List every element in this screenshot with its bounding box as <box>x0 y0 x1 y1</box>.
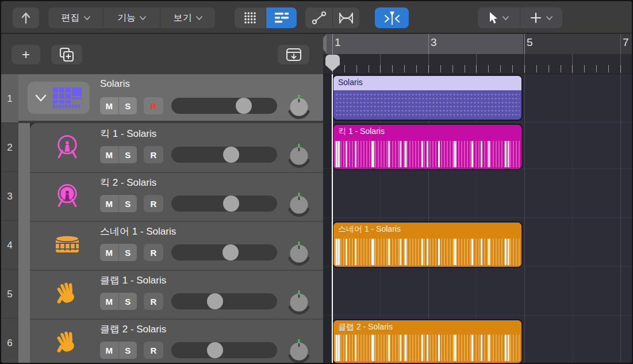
solo-button[interactable]: S <box>119 293 137 310</box>
pattern-dots <box>335 93 520 118</box>
volume-slider[interactable] <box>171 147 277 163</box>
drum-machine-icon <box>52 87 82 109</box>
back-up-button[interactable] <box>13 7 39 28</box>
mute-button[interactable]: M <box>100 195 119 212</box>
duplicate-track-button[interactable] <box>51 45 82 64</box>
clap-hand-icon <box>54 281 80 307</box>
note-stripes <box>335 141 520 167</box>
record-arm-button[interactable]: R <box>144 195 163 212</box>
pan-knob[interactable] <box>285 191 313 219</box>
add-track-label: + <box>22 47 30 63</box>
automation-segment <box>305 7 359 28</box>
pan-knob[interactable] <box>285 289 313 317</box>
track-name: Solaris <box>100 78 130 90</box>
region-solaris-pattern[interactable]: Solaris <box>332 75 523 121</box>
record-arm-button[interactable]: R <box>144 244 163 261</box>
region-snare1[interactable]: 스네어 1 - Solaris <box>332 221 523 268</box>
track-row-6[interactable]: 6 클랩 2 - Solaris M S R <box>1 319 323 364</box>
menu-edit[interactable]: 편집 <box>48 7 103 28</box>
pan-knob[interactable] <box>285 94 313 121</box>
catch-playhead-button[interactable] <box>375 7 409 28</box>
record-arm-button[interactable]: R <box>144 146 163 163</box>
menu-functions[interactable]: 기능 <box>103 7 160 28</box>
track-number: 6 <box>1 319 18 364</box>
pan-knob[interactable] <box>285 240 313 268</box>
bar-ruler[interactable]: 1 3 5 7 <box>323 34 633 54</box>
volume-slider-thumb[interactable] <box>223 196 239 212</box>
mute-button[interactable]: M <box>100 146 119 163</box>
menu-view[interactable]: 보기 <box>160 7 215 28</box>
volume-slider-thumb[interactable] <box>223 147 239 163</box>
list-view-icon <box>275 13 289 23</box>
record-arm-button[interactable]: R <box>144 97 163 114</box>
catch-playhead-icon <box>383 10 401 26</box>
solo-button[interactable]: S <box>119 97 137 114</box>
track-number: 1 <box>1 74 18 123</box>
chevron-down-icon <box>502 16 509 20</box>
pointer-tool-menu[interactable] <box>478 7 520 28</box>
bar-label-7: 7 <box>623 36 629 49</box>
toolbar: 편집 기능 보기 <box>1 1 633 34</box>
add-track-button[interactable]: + <box>11 45 40 64</box>
solo-button[interactable]: S <box>119 342 137 359</box>
volume-slider[interactable] <box>171 196 277 212</box>
solo-button[interactable]: S <box>119 244 137 261</box>
solo-button[interactable]: S <box>119 195 137 212</box>
chevron-down-icon <box>196 16 202 20</box>
secondary-tool-menu[interactable] <box>520 7 562 28</box>
pan-knob[interactable] <box>285 338 313 364</box>
volume-slider-thumb[interactable] <box>207 293 223 309</box>
volume-slider[interactable] <box>171 244 277 260</box>
volume-slider[interactable] <box>171 342 277 358</box>
volume-slider-thumb[interactable] <box>236 98 252 114</box>
menu-functions-label: 기능 <box>117 12 136 24</box>
pan-knob[interactable] <box>285 143 313 170</box>
mute-button[interactable]: M <box>100 293 119 310</box>
list-view-button[interactable] <box>266 7 297 28</box>
volume-slider[interactable] <box>171 293 277 309</box>
grid-view-button[interactable] <box>235 7 266 28</box>
automation-nodes-button[interactable] <box>305 7 332 28</box>
mute-solo-group: M S <box>100 195 137 212</box>
record-arm-button[interactable]: R <box>144 293 163 310</box>
track-number: 5 <box>1 270 18 319</box>
midi-draw-button[interactable] <box>332 7 359 28</box>
playhead-handle[interactable] <box>325 55 340 66</box>
track-number: 2 <box>1 123 18 172</box>
mute-solo-group: M S <box>100 244 137 261</box>
track-row-4[interactable]: 4 스네어 1 - Solaris M S R <box>1 221 323 270</box>
track-name: 킥 2 - Solaris <box>100 176 156 189</box>
region-kick1[interactable]: 킥 1 - Solaris <box>332 124 523 170</box>
track-row-1[interactable]: 1 Solaris M S R <box>1 74 323 123</box>
region-name: 스네어 1 - Solaris <box>338 224 401 235</box>
region-name: Solaris <box>338 78 363 87</box>
note-stripes <box>335 335 520 361</box>
volume-slider[interactable] <box>171 98 277 114</box>
ruler-content-band <box>327 34 523 54</box>
mute-button[interactable]: M <box>100 97 119 114</box>
track-name: 스네어 1 - Solaris <box>100 225 176 238</box>
track-header-config-button[interactable] <box>278 45 309 64</box>
solo-button[interactable]: S <box>119 146 137 163</box>
up-arrow-icon <box>21 12 31 24</box>
track-row-5[interactable]: 5 클랩 1 - Solaris M S R <box>1 270 323 319</box>
tool-menus <box>478 7 562 28</box>
bar-label-1: 1 <box>335 36 341 49</box>
pointer-tool-icon <box>489 12 498 24</box>
region-clap2[interactable]: 클랩 2 - Solaris <box>332 319 523 364</box>
track-disclosure-button[interactable] <box>28 82 90 114</box>
beat-ruler[interactable] <box>323 54 633 74</box>
volume-slider-thumb[interactable] <box>207 342 223 358</box>
volume-slider-thumb[interactable] <box>222 244 239 260</box>
track-row-3[interactable]: 3 킥 2 - Solaris M S R <box>1 172 323 221</box>
menu-edit-label: 편집 <box>62 12 80 24</box>
mute-button[interactable]: M <box>100 244 119 261</box>
mute-button[interactable]: M <box>100 342 119 359</box>
record-arm-button[interactable]: R <box>144 342 163 359</box>
automation-nodes-icon <box>312 11 327 25</box>
track-row-2[interactable]: 2 킥 1 - Solaris M S R <box>1 123 323 172</box>
grid-view-icon <box>244 12 256 24</box>
mute-solo-group: M S <box>100 342 137 359</box>
track-name: 클랩 1 - Solaris <box>100 274 166 287</box>
track-name: 클랩 2 - Solaris <box>100 323 166 336</box>
